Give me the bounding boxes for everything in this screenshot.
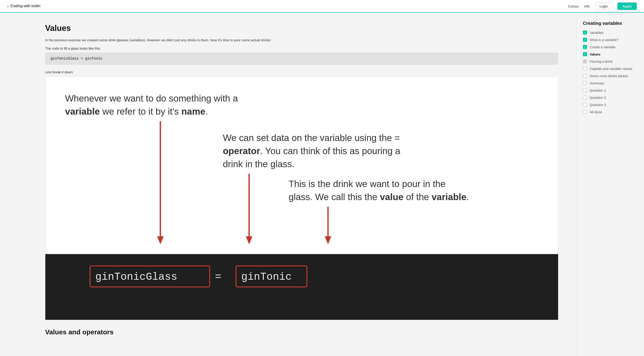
sidebar-item-2[interactable]: Create a variable xyxy=(583,45,638,49)
sidebar-section-title: Creating variables xyxy=(583,21,638,26)
sidebar-item-0[interactable]: Variables xyxy=(583,31,638,35)
svg-text:variable we refer to it by it': variable we refer to it by it's name. xyxy=(65,106,208,117)
svg-text:ginTonic: ginTonic xyxy=(241,271,292,283)
sidebar-item-8[interactable]: Question 1 xyxy=(583,88,638,92)
sidebar-checkbox-4 xyxy=(583,59,587,63)
sidebar-checkbox-3 xyxy=(583,52,587,56)
svg-text:=: = xyxy=(215,271,221,283)
sidebar-checkbox-5 xyxy=(583,67,587,71)
sidebar-item-7[interactable]: Summary xyxy=(583,81,638,85)
sidebar-item-label-6: Some more drinks please xyxy=(590,74,628,78)
break-label: Lets break it down: xyxy=(45,70,558,74)
sidebar-item-label-2: Create a variable xyxy=(590,45,615,49)
sidebar-items: VariablesWhat is a variable?Create a var… xyxy=(583,31,638,114)
sidebar-checkbox-11 xyxy=(583,110,587,114)
svg-text:operator. You can think of thi: operator. You can think of this as pouri… xyxy=(223,146,400,156)
code-block-simple: ginTonicGlass = ginTonic xyxy=(45,53,558,65)
sidebar-item-label-9: Question 2 xyxy=(590,96,606,100)
sidebar-item-3[interactable]: Values xyxy=(583,52,638,56)
sidebar-item-4[interactable]: Pouring a drink xyxy=(583,59,638,63)
header: ‹ Coding with kotlin Cursus Info Login A… xyxy=(0,0,644,13)
sidebar-item-label-11: All done xyxy=(590,110,602,114)
header-left: ‹ Coding with kotlin xyxy=(7,4,40,9)
page-title: Values xyxy=(45,24,558,33)
header-right: Cursus Info Login Apply xyxy=(568,3,637,10)
diagram-container: Whenever we want to do something with a … xyxy=(45,76,558,321)
sidebar-item-label-4: Pouring a drink xyxy=(590,60,612,63)
sidebar-checkbox-6 xyxy=(583,74,587,78)
sidebar-checkbox-9 xyxy=(583,95,587,100)
sidebar-checkbox-2 xyxy=(583,45,587,49)
code-label: The code to fill a glass looks like this… xyxy=(45,47,558,50)
sidebar-item-9[interactable]: Question 2 xyxy=(583,95,638,100)
sidebar-item-label-1: What is a variable? xyxy=(590,38,618,42)
nav-cursus[interactable]: Cursus xyxy=(568,4,579,8)
svg-text:ginTonicGlass: ginTonicGlass xyxy=(96,271,178,283)
sidebar-checkbox-0 xyxy=(583,31,587,35)
sidebar-item-label-7: Summary xyxy=(590,81,604,85)
sidebar-item-label-5: Capitals and variable names xyxy=(590,67,632,71)
sidebar-item-5[interactable]: Capitals and variable names xyxy=(583,67,638,71)
sidebar-item-1[interactable]: What is a variable? xyxy=(583,38,638,42)
sidebar-checkbox-8 xyxy=(583,88,587,92)
intro-text: In the previous exercise we created some… xyxy=(45,38,558,43)
sidebar-item-label-3: Values xyxy=(590,52,600,56)
header-title: Coding with kotlin xyxy=(10,4,40,8)
sidebar-checkbox-1 xyxy=(583,38,587,42)
sidebar-item-10[interactable]: Question 3 xyxy=(583,103,638,107)
svg-text:Whenever we want to do somethi: Whenever we want to do something with a xyxy=(65,93,238,104)
diagram-svg: Whenever we want to do something with a … xyxy=(45,77,558,320)
sidebar-item-label-8: Question 1 xyxy=(590,88,606,92)
section-title-2: Values and operators xyxy=(45,328,558,336)
nav-info[interactable]: Info xyxy=(584,4,590,8)
svg-text:We can set data on the variabl: We can set data on the variable using th… xyxy=(223,133,400,143)
sidebar-item-11[interactable]: All done xyxy=(583,110,638,114)
sidebar-item-label-10: Question 3 xyxy=(590,103,606,107)
svg-text:This is the drink we want to p: This is the drink we want to pour in the xyxy=(289,179,446,189)
sidebar-item-label-0: Variables xyxy=(590,31,604,35)
page-layout: Values In the previous exercise we creat… xyxy=(0,13,644,356)
sidebar: Creating variables VariablesWhat is a va… xyxy=(576,13,644,356)
back-icon[interactable]: ‹ xyxy=(7,4,8,9)
sidebar-item-6[interactable]: Some more drinks please xyxy=(583,74,638,78)
apply-button[interactable]: Apply xyxy=(618,3,637,10)
svg-text:glass. We call this the value : glass. We call this the value of the var… xyxy=(289,192,469,202)
sidebar-checkbox-7 xyxy=(583,81,587,85)
svg-text:drink in the glass.: drink in the glass. xyxy=(223,159,294,169)
sidebar-checkbox-10 xyxy=(583,103,587,107)
login-button[interactable]: Login xyxy=(595,3,612,10)
main-content: Values In the previous exercise we creat… xyxy=(0,13,576,356)
